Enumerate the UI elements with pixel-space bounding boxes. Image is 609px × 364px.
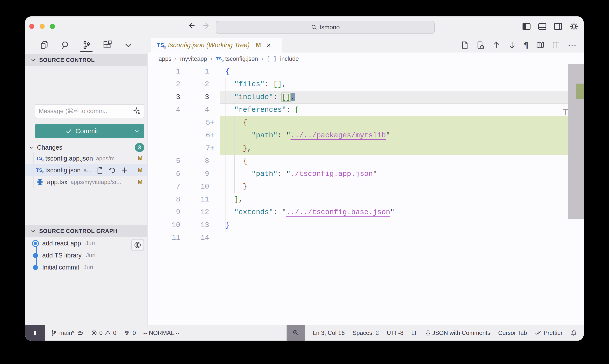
code-line[interactable]: 1114 bbox=[148, 232, 584, 245]
original-line-number: 4 bbox=[148, 106, 186, 114]
ports-indicator[interactable]: 0 bbox=[124, 330, 136, 337]
code-line[interactable]: 69 "path": "./tsconfig.app.json" bbox=[148, 168, 584, 181]
whitespace-pilcrow-icon[interactable]: ¶ bbox=[524, 41, 529, 50]
formatter-indicator[interactable]: Prettier bbox=[535, 330, 563, 337]
double-check-icon bbox=[535, 330, 541, 336]
indent-guide bbox=[234, 116, 235, 193]
zoom-indicator[interactable] bbox=[286, 325, 305, 341]
tab-close-icon[interactable]: × bbox=[266, 41, 271, 49]
ts-file-icon: TS⚙ bbox=[36, 156, 42, 161]
open-file-icon[interactable] bbox=[461, 41, 469, 49]
settings-gear-icon[interactable] bbox=[569, 22, 579, 31]
split-editor-icon[interactable] bbox=[552, 41, 560, 49]
original-line-number: 9 bbox=[148, 208, 186, 216]
commit-button[interactable]: Commit bbox=[35, 124, 144, 138]
code-line-content: { bbox=[215, 119, 584, 127]
ts-file-icon: TS⚙ bbox=[216, 56, 222, 62]
chevron-down-icon bbox=[28, 144, 34, 151]
breadcrumb-item[interactable]: myviteapp bbox=[180, 56, 207, 62]
tab-tsconfig-working-tree[interactable]: TS⚙ tsconfig.json (Working Tree) M × bbox=[151, 38, 282, 52]
notifications-bell-icon[interactable] bbox=[570, 330, 577, 336]
modified-line-number: 14 bbox=[186, 234, 215, 242]
breadcrumb-item[interactable]: tsconfig.json bbox=[225, 56, 258, 62]
code-line[interactable]: 912 "extends": "../../tsconfig.base.json… bbox=[148, 206, 584, 219]
command-center-search[interactable]: tsmono bbox=[216, 21, 435, 34]
breadcrumb-item[interactable]: apps bbox=[159, 56, 171, 62]
changed-file-row[interactable]: app.tsx apps/myviteapp/sr... M bbox=[25, 176, 147, 188]
back-icon[interactable] bbox=[187, 21, 196, 30]
code-line-content: } bbox=[215, 183, 584, 191]
explorer-icon[interactable] bbox=[39, 38, 49, 52]
source-control-graph-header[interactable]: SOURCE CONTROL GRAPH bbox=[25, 225, 147, 237]
sparkle-icon[interactable] bbox=[133, 107, 141, 115]
modified-badge: M bbox=[138, 155, 143, 162]
code-line[interactable]: 811 ], bbox=[148, 193, 584, 206]
commit-row[interactable]: Initial commit Juri bbox=[25, 261, 147, 273]
code-line-content: { bbox=[215, 157, 584, 165]
code-line[interactable]: 5+ { bbox=[148, 116, 584, 129]
cursor-position[interactable]: Ln 3, Col 16 bbox=[313, 330, 345, 337]
forward-icon[interactable] bbox=[202, 21, 211, 30]
close-window-button[interactable] bbox=[29, 24, 34, 29]
checkout-target-icon[interactable] bbox=[131, 239, 144, 251]
code-line[interactable]: 11{ bbox=[148, 65, 584, 78]
remote-indicator[interactable] bbox=[25, 325, 45, 341]
language-mode-indicator[interactable]: {}JSON with Comments bbox=[426, 330, 491, 337]
commit-message-input[interactable] bbox=[35, 108, 133, 115]
open-changes-icon[interactable] bbox=[477, 41, 485, 49]
code-line-content: "references": [ bbox=[215, 106, 584, 114]
indentation-indicator[interactable]: Spaces: 2 bbox=[353, 330, 379, 337]
commit-row[interactable]: add TS library Juri bbox=[25, 249, 147, 261]
problems-indicator[interactable]: 0 0 bbox=[91, 330, 116, 337]
changes-section-header[interactable]: Changes 3 bbox=[28, 143, 144, 153]
commit-message-box[interactable] bbox=[35, 104, 144, 118]
modified-badge: M bbox=[138, 179, 143, 185]
code-line[interactable]: 44 "references": [ bbox=[148, 104, 584, 117]
code-line[interactable]: 58 { bbox=[148, 155, 584, 168]
map-icon[interactable] bbox=[536, 41, 544, 49]
eol-indicator[interactable]: LF bbox=[411, 330, 418, 337]
extensions-view-icon[interactable] bbox=[103, 38, 112, 52]
code-area[interactable]: 11{22 "files": [],33 "include": [],44 "r… bbox=[148, 65, 584, 244]
modified-line-number: 12 bbox=[186, 208, 215, 216]
code-line[interactable]: 22 "files": [], bbox=[148, 78, 584, 91]
search-view-icon[interactable] bbox=[61, 38, 70, 52]
original-line-number: 8 bbox=[148, 195, 186, 204]
changed-file-row-selected[interactable]: TS⚙ tsconfig.json a... M bbox=[25, 164, 147, 176]
maximize-window-button[interactable] bbox=[50, 24, 55, 29]
changed-file-row[interactable]: TS⚙ tsconfig.app.json apps/m... M bbox=[25, 153, 147, 164]
stage-changes-plus-icon[interactable] bbox=[121, 167, 128, 174]
encoding-indicator[interactable]: UTF-8 bbox=[387, 330, 404, 337]
code-line-content: { bbox=[215, 68, 584, 76]
modified-line-number: 1 bbox=[186, 68, 215, 76]
code-line[interactable]: 1013} bbox=[148, 219, 584, 232]
commit-row[interactable]: add react app Juri bbox=[25, 237, 147, 249]
breadcrumb-item[interactable]: include bbox=[280, 56, 299, 62]
minimize-window-button[interactable] bbox=[39, 24, 45, 29]
previous-change-icon[interactable] bbox=[492, 41, 501, 49]
code-line[interactable]: 7+ }, bbox=[148, 142, 584, 155]
array-symbol-icon: [ ] bbox=[267, 56, 277, 62]
views-chevron-down-icon[interactable] bbox=[124, 38, 133, 52]
code-line[interactable]: 6+ "path": "../../packages/mytslib" bbox=[148, 129, 584, 142]
status-bar: main* 0 0 0 -- NORMAL -- Ln 3, Col 16 Sp… bbox=[25, 325, 584, 341]
code-line[interactable]: 710 } bbox=[148, 181, 584, 193]
toggle-panel-icon[interactable] bbox=[538, 22, 547, 31]
vim-mode-indicator[interactable]: -- NORMAL -- bbox=[143, 330, 179, 337]
next-change-icon[interactable] bbox=[508, 41, 516, 49]
more-actions-icon[interactable]: ⋯ bbox=[568, 40, 577, 50]
source-control-header[interactable]: SOURCE CONTROL bbox=[25, 54, 147, 66]
modified-line-number: 13 bbox=[186, 221, 215, 229]
source-control-view-icon[interactable] bbox=[82, 38, 91, 52]
cursor-tab-indicator[interactable]: Cursor Tab bbox=[498, 330, 527, 337]
vscode-window: tsmono bbox=[25, 16, 584, 341]
toggle-primary-sidebar-icon[interactable] bbox=[522, 22, 531, 31]
modified-line-number: 10 bbox=[186, 183, 215, 191]
discard-changes-icon[interactable] bbox=[108, 167, 116, 174]
breadcrumb[interactable]: apps › myviteapp › TS⚙ tsconfig.json › [… bbox=[148, 52, 584, 65]
commit-dropdown-chevron-icon[interactable] bbox=[129, 128, 144, 134]
branch-indicator[interactable]: main* bbox=[51, 329, 84, 337]
toggle-secondary-sidebar-icon[interactable] bbox=[553, 22, 563, 31]
code-line[interactable]: 33 "include": [], bbox=[148, 91, 584, 104]
open-file-action-icon[interactable] bbox=[96, 167, 104, 174]
